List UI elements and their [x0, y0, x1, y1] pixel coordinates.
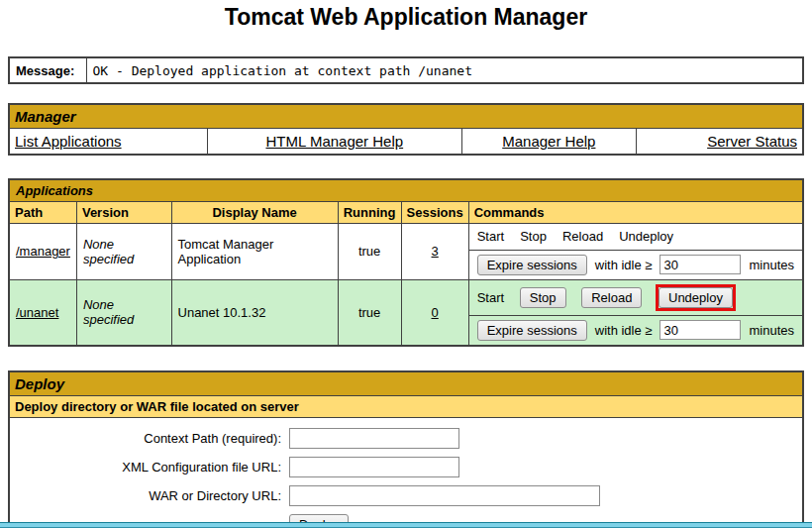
html-manager-help-link[interactable]: HTML Manager Help	[265, 133, 403, 150]
page-title: Tomcat Web Application Manager	[8, 4, 804, 31]
app-display-name-manager: Tomcat Manager Application	[171, 223, 338, 279]
app-path-link-manager[interactable]: /manager	[16, 244, 70, 259]
war-directory-url-label: WAR or Directory URL:	[10, 488, 289, 503]
column-header-commands: Commands	[468, 201, 803, 223]
manager-section-title: Manager	[9, 104, 803, 129]
deploy-section: Deploy Deploy directory or WAR file loca…	[8, 370, 804, 528]
table-row-unanet: /unanet None specified Unanet 10.1.32 tr…	[9, 279, 803, 315]
applications-section-title: Applications	[9, 179, 803, 202]
expire-sessions-button-unanet[interactable]: Expire sessions	[477, 320, 587, 341]
reload-label: Reload	[562, 229, 603, 244]
column-header-running: Running	[338, 201, 401, 223]
expire-commands-manager: Expire sessions with idle ≥ minutes	[468, 250, 803, 279]
app-sessions-link-manager[interactable]: 3	[432, 244, 439, 259]
undeploy-highlight-box: Undeploy	[656, 284, 736, 311]
idle-label-manager: with idle ≥	[595, 258, 653, 272]
commands-manager: StartStopReloadUndeploy	[468, 223, 803, 250]
table-row-manager: /manager None specified Tomcat Manager A…	[9, 223, 803, 250]
manager-section: Manager List Applications HTML Manager H…	[8, 103, 804, 156]
window-bottom-edge-bar	[0, 522, 812, 528]
column-header-version: Version	[76, 201, 171, 223]
idle-label-unanet: with idle ≥	[595, 323, 653, 338]
deploy-section-title: Deploy	[9, 371, 803, 396]
undeploy-label: Undeploy	[619, 229, 673, 244]
tomcat-manager-page: Tomcat Web Application Manager Message: …	[0, 4, 812, 528]
context-path-label: Context Path (required):	[10, 431, 289, 446]
minutes-label-unanet: minutes	[749, 323, 794, 338]
xml-config-url-input[interactable]	[289, 457, 459, 477]
reload-button[interactable]: Reload	[581, 287, 642, 308]
app-running-unanet: true	[338, 279, 401, 346]
deploy-subheader: Deploy directory or WAR file located on …	[9, 395, 803, 417]
stop-button[interactable]: Stop	[520, 287, 566, 308]
deploy-form: Context Path (required): XML Configurati…	[9, 417, 803, 528]
app-running-manager: true	[338, 223, 401, 279]
column-header-path: Path	[9, 201, 76, 223]
column-header-sessions: Sessions	[401, 201, 468, 223]
app-display-name-unanet: Unanet 10.1.32	[171, 279, 338, 346]
app-path-link-unanet[interactable]: /unanet	[16, 305, 58, 320]
server-status-link[interactable]: Server Status	[707, 133, 797, 150]
list-applications-link[interactable]: List Applications	[15, 133, 122, 150]
war-directory-url-input[interactable]	[289, 485, 600, 506]
column-header-display-name: Display Name	[171, 201, 338, 223]
idle-minutes-input-manager[interactable]	[660, 255, 741, 274]
xml-config-url-label: XML Configuration file URL:	[10, 460, 289, 475]
message-table: Message: OK - Deployed application at co…	[8, 56, 804, 84]
stop-label: Stop	[520, 229, 547, 244]
minutes-label-manager: minutes	[749, 258, 794, 272]
context-path-input[interactable]	[289, 428, 459, 449]
applications-section: Applications Path Version Display Name R…	[8, 178, 804, 347]
message-value: OK - Deployed application at context pat…	[86, 57, 803, 83]
idle-minutes-input-unanet[interactable]	[660, 320, 741, 340]
message-label: Message:	[9, 57, 86, 83]
expire-commands-unanet: Expire sessions with idle ≥ minutes	[468, 315, 803, 346]
manager-help-link[interactable]: Manager Help	[502, 133, 595, 150]
app-version-manager: None specified	[76, 223, 171, 279]
app-sessions-link-unanet[interactable]: 0	[432, 305, 439, 320]
expire-sessions-button-manager[interactable]: Expire sessions	[477, 255, 587, 275]
app-version-unanet: None specified	[76, 279, 171, 346]
start-label: Start	[477, 290, 504, 305]
undeploy-button[interactable]: Undeploy	[659, 287, 733, 308]
commands-unanet: Start Stop Reload Undeploy	[468, 279, 803, 315]
applications-header-row: Path Version Display Name Running Sessio…	[9, 201, 803, 223]
start-label: Start	[477, 229, 504, 244]
